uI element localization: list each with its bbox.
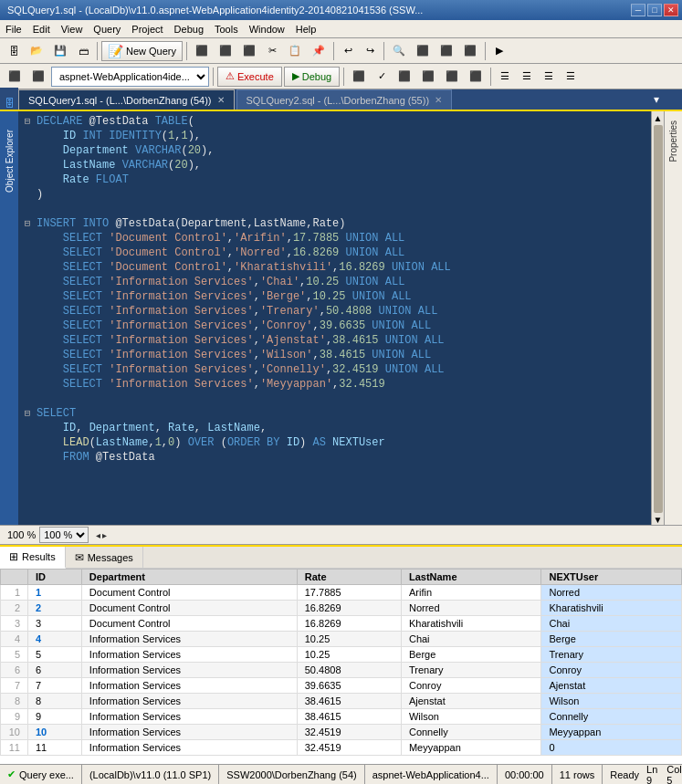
tb-save-all-btn[interactable]: 🗃 (73, 41, 93, 61)
tb-redo-btn[interactable]: ↪ (360, 41, 380, 61)
tb-more-btn[interactable]: ⬛ (459, 41, 481, 61)
tb2-btn12[interactable]: ☰ (561, 67, 581, 87)
menu-query[interactable]: Query (88, 22, 126, 37)
scroll-left-btn[interactable]: ◂ (96, 530, 100, 540)
tb-new-db-btn[interactable]: 🗄 (4, 41, 24, 61)
tb2-btn11[interactable]: ☰ (539, 67, 559, 87)
td-lastname: Ajenstat (401, 694, 541, 709)
object-explorer-label[interactable]: Object Explorer (5, 130, 15, 193)
tb-save-btn[interactable]: 💾 (49, 41, 71, 61)
scroll-thumb[interactable] (654, 125, 663, 513)
code-line-15: SELECT 'Information Services','Ajenstat'… (18, 334, 651, 349)
tb2-btn7[interactable]: ⬛ (441, 67, 463, 87)
th-department: Department (81, 570, 297, 585)
tb2-stop-btn[interactable]: ⬛ (348, 67, 370, 87)
tab-scroll-btn[interactable]: ▾ (649, 89, 664, 110)
td-rate: 10.25 (297, 647, 401, 663)
properties-label[interactable]: Properties (668, 120, 678, 162)
table-header-row: ID Department Rate LastName NEXTUser (1, 570, 682, 585)
th-lastname: LastName (401, 570, 541, 585)
tb-undo-btn[interactable]: ↩ (338, 41, 358, 61)
database-dropdown[interactable]: aspnet-WebApplication4ide... (51, 67, 209, 87)
editor-scrollbar[interactable]: ▲ ▼ (651, 111, 664, 525)
tab-query1[interactable]: SQLQuery1.sql - (L...\DorbenZhang (54)) … (18, 89, 235, 110)
tb-search-btn[interactable]: 🔍 (388, 41, 410, 61)
toolbar-query: ⬛ ⬛ aspnet-WebApplication4ide... ⚠ Execu… (0, 64, 682, 89)
tb2-btn8[interactable]: ⬛ (465, 67, 487, 87)
menu-view[interactable]: View (56, 22, 89, 37)
tb-btn3[interactable]: ⬛ (191, 41, 213, 61)
table-row: 1010Information Services32.4519ConnellyM… (1, 725, 682, 740)
sep6 (213, 68, 214, 86)
td-dept: Information Services (81, 647, 297, 663)
table-row: 99Information Services38.4615WilsonConne… (1, 709, 682, 725)
code-line-blank1 (18, 203, 651, 217)
zoom-bar: 100 % 100 % 75 % 150 % ◂ ▸ (0, 525, 682, 545)
menu-project[interactable]: Project (126, 22, 168, 37)
code-editor[interactable]: ⊟ DECLARE @TestData TABLE( ID INT IDENTI… (18, 111, 651, 525)
td-rate: 39.6635 (297, 678, 401, 694)
tb2-btn1[interactable]: ⬛ (4, 67, 26, 87)
tb-filter-btn[interactable]: ⬛ (435, 41, 457, 61)
menu-file[interactable]: File (0, 22, 27, 37)
scroll-up-btn[interactable]: ▲ (654, 113, 663, 123)
tab-query2-close[interactable]: ✕ (435, 95, 442, 105)
sep5 (485, 42, 486, 60)
tb2-btn9[interactable]: ☰ (495, 67, 515, 87)
menu-help[interactable]: Help (290, 22, 322, 37)
results-tab-messages[interactable]: ✉ Messages (66, 547, 143, 569)
status-success: ✔ Query exe... (0, 765, 82, 784)
close-button[interactable]: ✕ (664, 4, 678, 16)
new-query-button[interactable]: 📝 New Query (101, 41, 183, 61)
sep8 (490, 68, 491, 86)
execute-button[interactable]: ⚠ Execute (217, 67, 282, 87)
td-rownum: 3 (1, 616, 28, 632)
zoom-select[interactable]: 100 % 75 % 150 % (39, 527, 89, 543)
tb-find-btn[interactable]: ⬛ (412, 41, 434, 61)
tab-query1-close[interactable]: ✕ (217, 95, 225, 105)
minimize-button[interactable]: ─ (631, 4, 645, 16)
tb-copy-btn[interactable]: 📋 (284, 41, 306, 61)
tb-open-btn[interactable]: 📂 (26, 41, 47, 61)
tb2-btn2[interactable]: ⬛ (27, 67, 49, 87)
tb-btn6[interactable]: ✂ (262, 41, 282, 61)
tb-btn5[interactable]: ⬛ (238, 41, 260, 61)
tb2-btn10[interactable]: ☰ (517, 67, 537, 87)
table-row: 11Document Control17.7885ArifinNorred (1, 585, 682, 601)
title-bar: SQLQuery1.sql - (LocalDb)\v11.0.aspnet-W… (0, 0, 682, 20)
tb-run-btn[interactable]: ▶ (489, 41, 509, 61)
tb-paste-btn[interactable]: 📌 (308, 41, 330, 61)
td-id: 6 (28, 663, 82, 678)
menu-debug[interactable]: Debug (169, 22, 209, 37)
tb2-parse-btn[interactable]: ✓ (372, 67, 392, 87)
menu-edit[interactable]: Edit (27, 22, 56, 37)
results-body: 11Document Control17.7885ArifinNorred22D… (1, 585, 682, 756)
tb2-btn6[interactable]: ⬛ (417, 67, 439, 87)
results-table-wrapper[interactable]: ID Department Rate LastName NEXTUser 11D… (0, 569, 682, 764)
code-line-11: SELECT 'Information Services','Chai',10.… (18, 276, 651, 290)
code-line-9: SELECT 'Document Control','Norred',16.82… (18, 246, 651, 261)
scroll-right-btn[interactable]: ▸ (102, 530, 107, 540)
code-line-3: Department VARCHAR(20), (18, 144, 651, 159)
code-line-10: SELECT 'Document Control','Kharatishvili… (18, 261, 651, 276)
menu-tools[interactable]: Tools (209, 22, 244, 37)
title-controls: ─ □ ✕ (631, 4, 678, 16)
scroll-down-btn[interactable]: ▼ (654, 515, 663, 525)
code-line-5: Rate FLOAT (18, 173, 651, 188)
td-rownum: 6 (1, 663, 28, 678)
tab-query1-label: SQLQuery1.sql - (L...\DorbenZhang (54)) (28, 95, 212, 106)
code-line-12: SELECT 'Information Services','Berge',10… (18, 290, 651, 305)
maximize-button[interactable]: □ (647, 4, 662, 16)
tab-left-pad: 🗄 (0, 88, 18, 110)
results-tab-results[interactable]: ⊞ Results (0, 547, 66, 569)
tb2-btn5[interactable]: ⬛ (393, 67, 415, 87)
code-line-blank2 (18, 392, 651, 407)
menu-window[interactable]: Window (244, 22, 290, 37)
tab-query2[interactable]: SQLQuery2.sql - (L...\DorbenZhang (55)) … (236, 89, 453, 110)
code-line-1: ⊟ DECLARE @TestData TABLE( (18, 115, 651, 130)
tb-btn4[interactable]: ⬛ (215, 41, 236, 61)
debug-button[interactable]: ▶ Debug (284, 67, 340, 87)
status-position: Ln 9 Col 5 (646, 764, 682, 785)
th-rate: Rate (297, 570, 401, 585)
execute-label: Execute (237, 71, 274, 82)
